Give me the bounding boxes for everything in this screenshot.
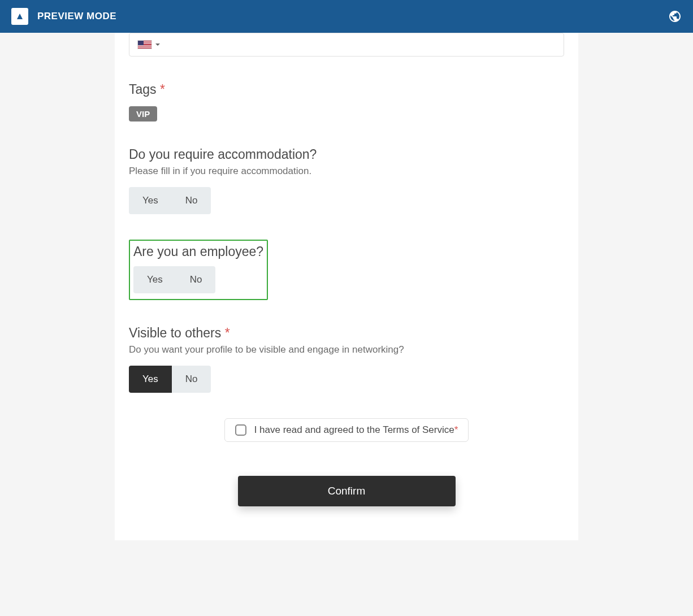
accommodation-description: Please fill in if you require accommodat… xyxy=(129,166,564,177)
terms-box: I have read and agreed to the Terms of S… xyxy=(224,418,469,442)
employee-no-button[interactable]: No xyxy=(176,266,216,293)
accommodation-field: Do you require accommodation? Please fil… xyxy=(129,147,564,214)
chevron-down-icon xyxy=(155,44,160,46)
employee-toggle: Yes No xyxy=(133,266,215,293)
tag-vip[interactable]: VIP xyxy=(129,106,157,122)
terms-text-content: I have read and agreed to the Terms of S… xyxy=(254,424,454,435)
required-star: * xyxy=(454,424,458,435)
app-logo[interactable] xyxy=(11,8,28,25)
confirm-wrap: Confirm xyxy=(129,476,564,506)
visible-label-text: Visible to others xyxy=(129,326,221,340)
visible-description: Do you want your profile to be visible a… xyxy=(129,344,564,355)
terms-text: I have read and agreed to the Terms of S… xyxy=(254,424,458,436)
visible-label: Visible to others * xyxy=(129,326,564,341)
accommodation-label: Do you require accommodation? xyxy=(129,147,564,162)
form-card: Tags * VIP Do you require accommodation?… xyxy=(115,33,578,540)
visible-yes-button[interactable]: Yes xyxy=(129,366,172,393)
top-bar-left: PREVIEW MODE xyxy=(11,8,116,25)
phone-country-input[interactable] xyxy=(129,33,564,57)
terms-wrap: I have read and agreed to the Terms of S… xyxy=(129,418,564,442)
required-star: * xyxy=(225,326,230,340)
tags-label: Tags * xyxy=(129,82,564,97)
visible-no-button[interactable]: No xyxy=(172,366,211,393)
flag-us-icon xyxy=(137,40,152,49)
visible-field: Visible to others * Do you want your pro… xyxy=(129,326,564,393)
employee-label: Are you an employee? xyxy=(133,244,263,259)
required-star: * xyxy=(160,82,165,97)
top-bar: PREVIEW MODE xyxy=(0,0,693,33)
tags-label-text: Tags xyxy=(129,82,157,97)
terms-checkbox[interactable] xyxy=(235,424,246,436)
visible-toggle: Yes No xyxy=(129,366,211,393)
globe-icon xyxy=(668,10,682,23)
accommodation-yes-button[interactable]: Yes xyxy=(129,187,172,214)
page-wrap: Tags * VIP Do you require accommodation?… xyxy=(0,33,693,540)
language-button[interactable] xyxy=(668,10,682,23)
accommodation-no-button[interactable]: No xyxy=(172,187,211,214)
header-title: PREVIEW MODE xyxy=(37,11,116,22)
accommodation-toggle: Yes No xyxy=(129,187,211,214)
confirm-button[interactable]: Confirm xyxy=(238,476,456,506)
tags-field: Tags * VIP xyxy=(129,82,564,122)
logo-icon xyxy=(15,12,24,21)
form-inner: Tags * VIP Do you require accommodation?… xyxy=(115,33,578,506)
employee-yes-button[interactable]: Yes xyxy=(133,266,176,293)
employee-field-highlighted: Are you an employee? Yes No xyxy=(129,240,268,300)
